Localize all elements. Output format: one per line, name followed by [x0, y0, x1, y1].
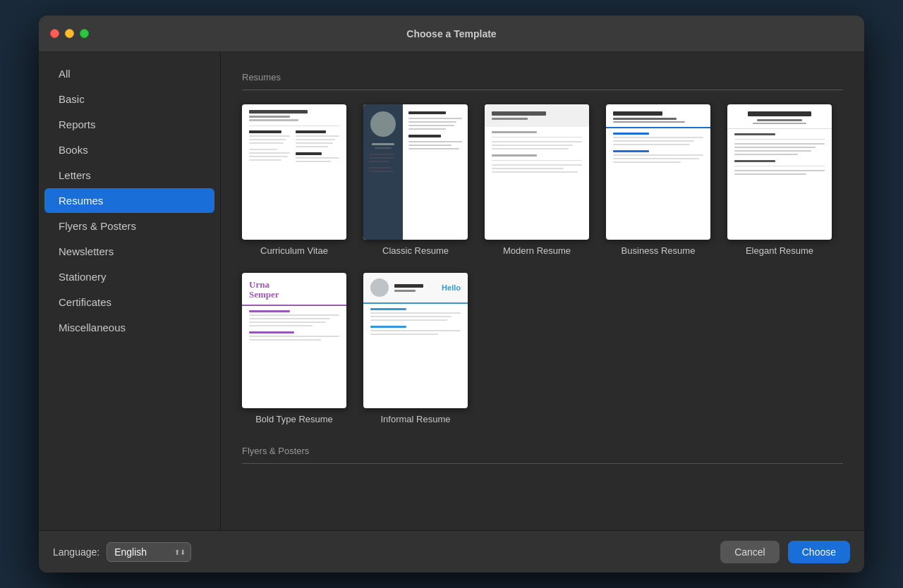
sidebar-item-miscellaneous[interactable]: Miscellaneous [44, 315, 214, 340]
sidebar-item-flyers-posters[interactable]: Flyers & Posters [44, 214, 214, 238]
language-section: Language: English French German Spanish … [53, 542, 191, 562]
template-classic-resume[interactable]: Classic Resume [363, 104, 468, 256]
titlebar: Choose a Template [39, 16, 864, 52]
language-select[interactable]: English French German Spanish Japanese [107, 542, 191, 562]
sidebar-item-basic[interactable]: Basic [44, 87, 214, 111]
classic-label: Classic Resume [382, 245, 449, 256]
content-area: All Basic Reports Books Letters Resumes … [39, 52, 864, 530]
resumes-divider [242, 90, 843, 90]
resumes-grid: Curriculum Vitae [242, 104, 843, 424]
flyers-section-header: Flyers & Posters [242, 446, 843, 464]
template-modern-resume[interactable]: Modern Resume [485, 104, 589, 256]
resumes-section-header: Resumes [242, 72, 843, 90]
sidebar-item-newsletters[interactable]: Newsletters [44, 239, 214, 264]
window-title: Choose a Template [406, 28, 496, 39]
maximize-button[interactable] [80, 29, 89, 38]
sidebar-item-letters[interactable]: Letters [44, 163, 214, 188]
sidebar-item-certificates[interactable]: Certificates [44, 290, 214, 314]
bold-label: Bold Type Resume [255, 414, 333, 424]
flyers-section-title: Flyers & Posters [242, 446, 843, 456]
sidebar-item-books[interactable]: Books [44, 137, 214, 162]
modern-label: Modern Resume [503, 245, 571, 256]
main-content: Resumes [221, 52, 864, 530]
buttons-section: Cancel Choose [720, 541, 850, 563]
sidebar-item-reports[interactable]: Reports [44, 112, 214, 137]
language-select-wrapper[interactable]: English French German Spanish Japanese ⬆… [107, 542, 191, 562]
sidebar-item-resumes[interactable]: Resumes [44, 188, 214, 213]
bold-thumbnail: UrnaSemper [242, 273, 346, 408]
sidebar: All Basic Reports Books Letters Resumes … [39, 52, 221, 530]
bottom-bar: Language: English French German Spanish … [39, 530, 864, 572]
cv-label: Curriculum Vitae [260, 245, 328, 256]
flyers-divider [242, 463, 843, 464]
informal-label: Informal Resume [381, 414, 451, 424]
sidebar-item-stationery[interactable]: Stationery [44, 264, 214, 289]
cv-thumbnail [242, 104, 346, 240]
template-chooser-window: Choose a Template All Basic Reports Book… [39, 16, 864, 572]
template-elegant-resume[interactable]: Elegant Resume [727, 104, 832, 256]
business-label: Business Resume [622, 245, 696, 256]
language-label: Language: [53, 546, 99, 558]
business-thumbnail [606, 104, 710, 240]
cancel-button[interactable]: Cancel [720, 541, 780, 563]
sidebar-item-all[interactable]: All [44, 61, 214, 86]
modern-thumbnail [485, 104, 589, 240]
elegant-thumbnail [727, 104, 832, 240]
template-curriculum-vitae[interactable]: Curriculum Vitae [242, 104, 346, 256]
informal-thumbnail: Hello [363, 273, 468, 408]
elegant-label: Elegant Resume [746, 245, 813, 256]
minimize-button[interactable] [65, 29, 74, 38]
close-button[interactable] [50, 29, 59, 38]
template-business-resume[interactable]: Business Resume [606, 104, 710, 256]
classic-thumbnail [363, 104, 468, 240]
resumes-section-title: Resumes [242, 72, 843, 82]
template-bold-type-resume[interactable]: UrnaSemper Bold Type [242, 273, 346, 424]
traffic-lights [50, 29, 89, 38]
template-informal-resume[interactable]: Hello Informal Resume [363, 273, 468, 424]
choose-button[interactable]: Choose [788, 541, 850, 563]
